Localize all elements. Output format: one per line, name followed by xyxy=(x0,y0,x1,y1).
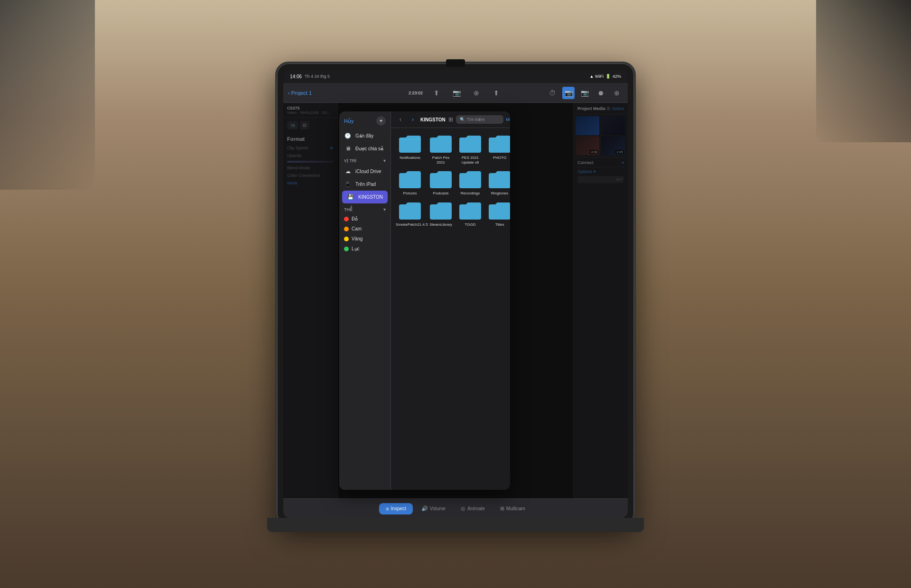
sidebar-item-recent[interactable]: 🕐 Gần đây xyxy=(339,129,390,142)
kingston-label: KINGSTON xyxy=(358,194,383,200)
back-icon: ‹ xyxy=(288,90,290,96)
folder-titles-label: Titles xyxy=(495,222,504,227)
wifi-icon: ▲ WiFi xyxy=(590,74,604,79)
project-title: Project 1 xyxy=(291,90,312,96)
search-placeholder: Tìm kiếm xyxy=(467,117,485,122)
recent-icon: 🕐 xyxy=(344,133,352,139)
tab-animate[interactable]: ◎ Animate xyxy=(454,503,492,514)
tag-red[interactable]: Đỏ xyxy=(339,214,390,224)
shared-label: Được chia sẻ xyxy=(355,146,383,151)
photos-icon[interactable]: 📷 xyxy=(562,87,575,99)
tab-inspect[interactable]: ≡ Inspect xyxy=(379,503,413,514)
breadcrumb: KINGSTON xyxy=(420,117,446,122)
tags-chevron: ▾ xyxy=(383,207,386,212)
folder-pes-update[interactable]: PES 2021 Update v8 xyxy=(457,133,483,165)
animate-label: Animate xyxy=(467,506,485,511)
ipad-case xyxy=(267,518,644,532)
folder-ringtones[interactable]: Ringtones xyxy=(487,168,510,196)
status-time: 14:06 xyxy=(290,74,302,79)
globe-icon[interactable]: ⊕ xyxy=(470,87,483,99)
search-bar[interactable]: 🔍 Tìm kiếm xyxy=(456,115,503,124)
folder-patch-pes-label: Patch Pes 2021 xyxy=(428,156,454,165)
more-icon[interactable]: ⊕ xyxy=(611,87,623,99)
tag-orange-label: Cam xyxy=(352,226,362,231)
file-browser-overlay: Hủy + 🕐 Gần đây 🖥 Được chia sẻ xyxy=(283,103,628,498)
folder-steamlibrary[interactable]: SteamLibrary xyxy=(428,200,454,227)
location-chevron: ▾ xyxy=(383,158,386,163)
folder-photo[interactable]: PHOTO xyxy=(487,133,510,165)
file-header: ‹ › KINGSTON ⊞ 🔍 Tìm kiếm Mở xyxy=(391,111,510,128)
search-icon: 🔍 xyxy=(460,117,465,122)
multicam-label: Multicam xyxy=(506,506,525,511)
open-button[interactable]: Mở xyxy=(506,117,510,122)
ipad-device: 14:06 Th 4 24 thg 5 ▲ WiFi 🔋 42% ‹ Proje… xyxy=(275,62,636,526)
animate-icon: ◎ xyxy=(461,505,465,512)
location-title: Vị trí xyxy=(344,158,356,163)
folder-ringtones-label: Ringtones xyxy=(491,191,508,196)
share-icon[interactable]: ⬆ xyxy=(490,87,502,99)
folder-notifications-label: Notifications xyxy=(400,156,420,160)
folder-pictures[interactable]: Pictures xyxy=(396,168,424,196)
shared-icon: 🖥 xyxy=(344,146,352,151)
camera-icon[interactable]: 📷 xyxy=(450,87,463,99)
folder-notifications[interactable]: Notifications xyxy=(396,133,424,165)
time-display: 2:23:02 xyxy=(409,91,423,95)
back-button[interactable]: ‹ Project 1 xyxy=(288,90,312,96)
icloud-icon: ☁ xyxy=(344,168,352,175)
ipad-label: Trên iPad xyxy=(355,182,376,187)
tag-yellow[interactable]: Vàng xyxy=(339,234,390,244)
tags-title: Thẻ xyxy=(344,207,353,212)
volume-icon: 🔊 xyxy=(421,505,428,512)
ipad-screen: 14:06 Th 4 24 thg 5 ▲ WiFi 🔋 42% ‹ Proje… xyxy=(283,70,628,518)
multicam-icon: ⊞ xyxy=(500,505,504,512)
folder-recordings[interactable]: Recordings xyxy=(457,168,483,196)
status-bar: 14:06 Th 4 24 thg 5 ▲ WiFi 🔋 42% xyxy=(283,70,628,83)
sidebar-item-icloud[interactable]: ☁ iCloud Drive xyxy=(339,165,390,178)
inspect-label: Inspect xyxy=(391,506,406,511)
ipad-icon: 📱 xyxy=(344,181,352,187)
nav-forward-button[interactable]: › xyxy=(408,116,418,123)
sidebar-item-shared[interactable]: 🖥 Được chia sẻ xyxy=(339,142,390,155)
folder-tggd[interactable]: TGGD xyxy=(457,200,483,227)
grid-view-button[interactable]: ⊞ xyxy=(448,116,453,123)
top-toolbar: ‹ Project 1 2:23:02 ⬆ 📷 ⊕ ⬆ ⏱ 📷 📷 ⏺ ⊕ xyxy=(283,83,628,103)
nav-back-button[interactable]: ‹ xyxy=(396,116,405,123)
tab-volume[interactable]: 🔊 Volume xyxy=(415,503,452,514)
folder-pictures-label: Pictures xyxy=(403,191,417,196)
orange-dot xyxy=(344,227,349,231)
clock-icon[interactable]: ⏱ xyxy=(546,87,558,99)
folder-tggd-label: TGGD xyxy=(465,222,475,227)
tab-multicam[interactable]: ⊞ Multicam xyxy=(493,503,532,514)
folder-titles[interactable]: Titles xyxy=(487,200,510,227)
battery-level: 42% xyxy=(613,74,621,79)
yellow-dot xyxy=(344,237,349,241)
inspect-icon: ≡ xyxy=(386,506,389,512)
cancel-button[interactable]: Hủy xyxy=(344,118,353,124)
sidebar-item-kingston[interactable]: 💾 KINGSTON xyxy=(342,191,388,203)
status-date: Th 4 24 thg 5 xyxy=(305,74,330,79)
add-location-button[interactable]: + xyxy=(376,116,386,126)
folder-podcasts-label: Podcasts xyxy=(433,191,449,196)
tag-green[interactable]: Lục xyxy=(339,244,390,254)
folder-smokepatch-label: SmokePatch21.4.5 xyxy=(396,222,424,227)
recent-label: Gần đây xyxy=(355,133,373,138)
folder-pes-update-label: PES 2021 Update v8 xyxy=(457,156,483,165)
upload-icon[interactable]: ⬆ xyxy=(430,87,443,99)
camera2-icon[interactable]: 📷 xyxy=(578,87,591,99)
folder-podcasts[interactable]: Podcasts xyxy=(428,168,454,196)
red-dot xyxy=(344,217,349,221)
folder-recordings-label: Recordings xyxy=(461,191,480,196)
tag-orange[interactable]: Cam xyxy=(339,224,390,234)
record-icon[interactable]: ⏺ xyxy=(595,87,607,99)
sidebar-item-ipad[interactable]: 📱 Trên iPad xyxy=(339,178,390,191)
volume-label: Volume xyxy=(430,506,446,511)
battery-icon: 🔋 xyxy=(605,74,611,79)
tag-green-label: Lục xyxy=(352,246,360,251)
folder-smokepatch[interactable]: SmokePatch21.4.5 xyxy=(396,200,424,227)
icloud-label: iCloud Drive xyxy=(355,169,381,174)
folder-grid: Notifications Patch Pes 2021 xyxy=(391,128,510,490)
file-browser: Hủy + 🕐 Gần đây 🖥 Được chia sẻ xyxy=(339,111,510,490)
folder-photo-label: PHOTO xyxy=(493,156,506,160)
folder-patch-pes[interactable]: Patch Pes 2021 xyxy=(428,133,454,165)
folder-steamlibrary-label: SteamLibrary xyxy=(429,222,452,227)
